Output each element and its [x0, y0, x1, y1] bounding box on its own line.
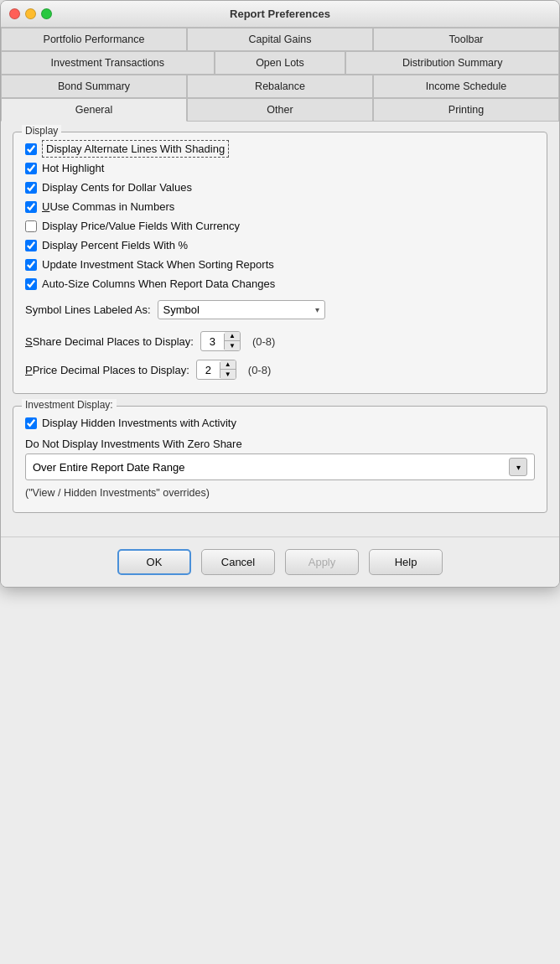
display-group: Display Display Alternate Lines With Sha… [13, 132, 547, 394]
cb-display-currency[interactable] [25, 220, 37, 232]
window: Report Preferences Portfolio Performance… [0, 0, 560, 588]
tab-row-4: General Other Printing [1, 98, 559, 122]
checkbox-row-1: Display Alternate Lines With Shading [25, 143, 535, 155]
window-title: Report Preferences [230, 8, 330, 20]
bottom-bar: OK Cancel Apply Help [1, 536, 559, 587]
zero-share-dropdown-arrow-icon: ▾ [509, 458, 527, 476]
zero-share-dropdown-value: Over Entire Report Date Range [33, 461, 509, 474]
investment-display-group: Investment Display: Display Hidden Inves… [13, 406, 547, 513]
cb-display-cents[interactable] [25, 182, 37, 194]
checkbox-row-3: Display Cents for Dollar Values [25, 181, 535, 194]
overrides-note: ("View / Hidden Investments" overrides) [25, 487, 535, 499]
investment-group-label: Investment Display: [22, 399, 117, 411]
cb-display-percent-label: Display Percent Fields With % [42, 239, 188, 251]
content-area: Display Display Alternate Lines With Sha… [1, 122, 559, 536]
checkbox-row-5: Display Price/Value Fields With Currency [25, 220, 535, 232]
help-button[interactable]: Help [369, 549, 443, 575]
cb-use-commas[interactable] [25, 201, 37, 213]
symbol-dropdown[interactable]: Symbol ▾ [158, 300, 325, 319]
cb-hot-highlight[interactable] [25, 163, 37, 174]
tab-distribution-summary[interactable]: Distribution Summary [345, 51, 559, 74]
cb-display-percent[interactable] [25, 240, 37, 251]
price-decimal-value: 2 [197, 362, 220, 378]
close-button[interactable] [9, 8, 20, 19]
minimize-button[interactable] [25, 8, 36, 19]
window-controls [9, 8, 52, 19]
share-decimal-row: SShare Decimal Places to Display: 3 ▲ ▼ … [25, 331, 535, 351]
cb-display-hidden-investments[interactable] [25, 417, 37, 429]
tab-capital-gains[interactable]: Capital Gains [187, 28, 373, 50]
tab-printing[interactable]: Printing [373, 98, 559, 121]
checkbox-row-4: UUse Commas in Numbers [25, 200, 535, 213]
share-decimal-label: SShare Decimal Places to Display: [25, 335, 194, 348]
maximize-button[interactable] [41, 8, 52, 19]
tab-portfolio-performance[interactable]: Portfolio Performance [1, 28, 187, 50]
checkbox-row-9: Display Hidden Investments with Activity [25, 417, 535, 429]
checkbox-row-6: Display Percent Fields With % [25, 239, 535, 251]
symbol-dropdown-value: Symbol [163, 303, 312, 316]
checkbox-row-8: Auto-Size Columns When Report Data Chang… [25, 277, 535, 290]
cb-display-alternate-lines[interactable] [25, 143, 37, 155]
cb-use-commas-label: UUse Commas in Numbers [42, 200, 174, 213]
cb-display-cents-label: Display Cents for Dollar Values [42, 181, 192, 194]
share-hint: (0-8) [252, 335, 275, 348]
tab-open-lots[interactable]: Open Lots [215, 51, 346, 74]
zero-share-label: Do Not Display Investments With Zero Sha… [25, 438, 535, 450]
share-decimal-value: 3 [201, 334, 225, 350]
ok-button[interactable]: OK [117, 549, 191, 575]
share-spinner-down[interactable]: ▼ [225, 341, 240, 350]
tab-row-1: Portfolio Performance Capital Gains Tool… [1, 28, 559, 51]
dashed-label: Display Alternate Lines With Shading [42, 140, 229, 158]
price-hint: (0-8) [248, 364, 271, 376]
tab-row-2: Investment Transactions Open Lots Distri… [1, 51, 559, 75]
price-decimal-label: PPrice Decimal Places to Display: [25, 364, 189, 376]
tab-row-3: Bond Summary Rebalance Income Schedule [1, 75, 559, 98]
symbol-lines-row: Symbol Lines Labeled As: Symbol ▾ [25, 300, 535, 319]
cb-auto-size-columns-label: Auto-Size Columns When Report Data Chang… [42, 277, 275, 290]
tab-general[interactable]: General [1, 98, 187, 122]
zero-share-section: Do Not Display Investments With Zero Sha… [25, 438, 535, 499]
title-bar: Report Preferences [1, 1, 559, 28]
cb-display-hidden-investments-label: Display Hidden Investments with Activity [42, 417, 236, 429]
cb-display-currency-label: Display Price/Value Fields With Currency [42, 220, 240, 232]
price-decimal-spinner[interactable]: 2 ▲ ▼ [196, 360, 236, 380]
checkbox-row-7: Update Investment Stack When Sorting Rep… [25, 258, 535, 271]
price-decimal-row: PPrice Decimal Places to Display: 2 ▲ ▼ … [25, 360, 535, 380]
tab-investment-transactions[interactable]: Investment Transactions [1, 51, 215, 74]
cb-auto-size-columns[interactable] [25, 278, 37, 290]
tab-toolbar[interactable]: Toolbar [373, 28, 559, 50]
cancel-button[interactable]: Cancel [201, 549, 275, 575]
checkbox-row-2: Hot Highlight [25, 162, 535, 174]
share-decimal-spinner[interactable]: 3 ▲ ▼ [200, 331, 241, 351]
zero-share-dropdown[interactable]: Over Entire Report Date Range ▾ [25, 453, 535, 480]
cb-hot-highlight-label: Hot Highlight [42, 162, 104, 174]
share-spinner-up[interactable]: ▲ [225, 332, 240, 341]
price-spinner-up[interactable]: ▲ [220, 360, 236, 370]
cb-update-investment-stack[interactable] [25, 259, 37, 271]
apply-button[interactable]: Apply [285, 549, 359, 575]
tab-other[interactable]: Other [187, 98, 373, 121]
tab-income-schedule[interactable]: Income Schedule [373, 75, 559, 97]
symbol-lines-label: Symbol Lines Labeled As: [25, 303, 151, 316]
cb-display-alternate-lines-label: Display Alternate Lines With Shading [42, 143, 229, 155]
price-spinner-down[interactable]: ▼ [220, 370, 236, 379]
cb-update-investment-stack-label: Update Investment Stack When Sorting Rep… [42, 258, 274, 271]
tab-rebalance[interactable]: Rebalance [187, 75, 373, 97]
tab-bond-summary[interactable]: Bond Summary [1, 75, 187, 97]
dropdown-arrow-icon: ▾ [315, 305, 319, 314]
share-spinner-buttons: ▲ ▼ [225, 332, 240, 350]
display-group-label: Display [22, 125, 61, 137]
price-spinner-buttons: ▲ ▼ [220, 360, 236, 379]
